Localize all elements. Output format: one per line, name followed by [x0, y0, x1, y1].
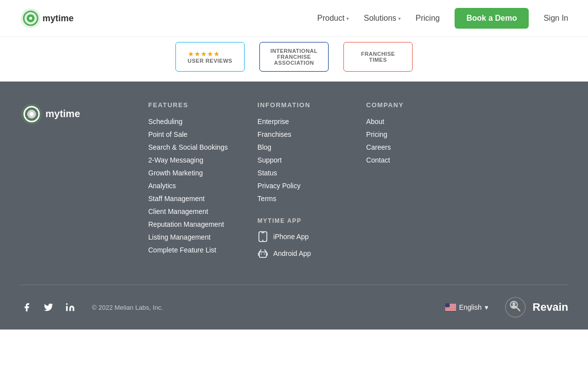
- ifa-label: INTERNATIONALFRANCHISEASSOCIATION: [270, 48, 318, 66]
- feature-link[interactable]: Staff Management: [148, 195, 228, 203]
- feature-link[interactable]: Growth Marketing: [148, 169, 228, 177]
- information-link[interactable]: Support: [257, 156, 336, 164]
- footer-information-col: INFORMATION EnterpriseFranchisesBlogSupp…: [257, 101, 336, 265]
- mytime-app-section: MYTIME APP iPhone App: [257, 217, 336, 259]
- information-header: INFORMATION: [257, 101, 336, 109]
- android-icon: [257, 248, 268, 259]
- nav-product[interactable]: Product ▾: [317, 14, 349, 23]
- svg-rect-27: [445, 309, 456, 309]
- svg-rect-28: [445, 310, 456, 311]
- capterra-stars: ★★★★★: [188, 50, 232, 58]
- company-link[interactable]: Contact: [366, 156, 445, 164]
- svg-text:mytime: mytime: [45, 108, 80, 119]
- feature-link[interactable]: Listing Management: [148, 233, 228, 241]
- footer: mytime FEATURES SchedulingPoint of SaleS…: [0, 82, 588, 330]
- social-links: [20, 300, 77, 314]
- twitter-icon[interactable]: [42, 300, 55, 314]
- mytime-app-header: MYTIME APP: [257, 217, 336, 224]
- feature-link[interactable]: 2-Way Messaging: [148, 156, 228, 164]
- capterra-label: USER REVIEWS: [188, 58, 232, 64]
- information-link[interactable]: Franchises: [257, 130, 336, 138]
- company-header: COMPANY: [366, 101, 445, 109]
- svg-point-20: [264, 249, 265, 250]
- svg-point-13: [261, 253, 262, 254]
- language-label: English: [459, 303, 482, 311]
- linkedin-icon[interactable]: [63, 300, 77, 314]
- navbar-logo[interactable]: mytime: [20, 6, 79, 30]
- svg-point-21: [66, 303, 68, 305]
- feature-link[interactable]: Analytics: [148, 182, 228, 190]
- svg-point-14: [264, 253, 265, 254]
- badges-strip: ★★★★★ USER REVIEWS INTERNATIONALFRANCHIS…: [0, 37, 588, 82]
- badge-capterra: ★★★★★ USER REVIEWS: [175, 42, 245, 72]
- language-selector[interactable]: English ▾: [445, 303, 488, 311]
- facebook-icon[interactable]: [20, 300, 34, 314]
- language-chevron-icon: ▾: [485, 303, 488, 311]
- nav-solutions[interactable]: Solutions ▾: [364, 14, 401, 23]
- information-link[interactable]: Terms: [257, 195, 336, 203]
- revain-label: Revain: [533, 301, 568, 314]
- product-chevron-icon: ▾: [346, 16, 349, 21]
- features-header: FEATURES: [148, 101, 228, 109]
- sign-in-button[interactable]: Sign In: [544, 14, 568, 23]
- company-links: AboutPricingCareersContact: [366, 118, 445, 164]
- footer-cols: FEATURES SchedulingPoint of SaleSearch &…: [148, 101, 568, 265]
- svg-rect-26: [445, 308, 456, 308]
- information-link[interactable]: Enterprise: [257, 118, 336, 125]
- solutions-chevron-icon: ▾: [398, 16, 401, 21]
- revain-badge[interactable]: Revain: [503, 295, 568, 320]
- badge-ifa: INTERNATIONALFRANCHISEASSOCIATION: [259, 42, 329, 72]
- information-link[interactable]: Blog: [257, 143, 336, 151]
- copyright-text: © 2022 Melian Labs, Inc.: [92, 304, 163, 311]
- information-link[interactable]: Status: [257, 169, 336, 177]
- svg-rect-11: [261, 233, 264, 234]
- iphone-icon: [257, 231, 268, 242]
- pricing-label: Pricing: [416, 14, 440, 23]
- footer-top: mytime FEATURES SchedulingPoint of SaleS…: [20, 101, 568, 285]
- features-links: SchedulingPoint of SaleSearch & Social B…: [148, 118, 228, 254]
- nav-links: Product ▾ Solutions ▾ Pricing Book a Dem…: [317, 8, 568, 29]
- svg-text:mytime: mytime: [42, 13, 74, 23]
- svg-point-12: [262, 240, 263, 241]
- android-app-link[interactable]: Android App: [257, 248, 336, 259]
- footer-logo[interactable]: mytime: [20, 101, 84, 129]
- company-link[interactable]: Careers: [366, 143, 445, 151]
- badge-franchise: FRANCHISETIMES: [343, 42, 413, 72]
- feature-link[interactable]: Point of Sale: [148, 130, 228, 138]
- company-link[interactable]: About: [366, 118, 445, 125]
- navbar: mytime Product ▾ Solutions ▾ Pricing Boo…: [0, 0, 588, 37]
- feature-link[interactable]: Search & Social Bookings: [148, 143, 228, 151]
- iphone-app-label: iPhone App: [273, 233, 309, 241]
- feature-link[interactable]: Scheduling: [148, 118, 228, 125]
- svg-point-8: [30, 112, 34, 116]
- svg-point-3: [29, 17, 32, 20]
- svg-rect-29: [445, 303, 450, 307]
- solutions-label: Solutions: [364, 14, 396, 23]
- android-app-label: Android App: [273, 249, 311, 257]
- iphone-app-link[interactable]: iPhone App: [257, 231, 336, 242]
- footer-company-col: COMPANY AboutPricingCareersContact: [366, 101, 445, 265]
- footer-logo-col: mytime: [20, 101, 119, 265]
- svg-point-32: [512, 302, 515, 305]
- information-link[interactable]: Privacy Policy: [257, 182, 336, 190]
- feature-link[interactable]: Complete Feature List: [148, 246, 228, 254]
- footer-bottom: © 2022 Melian Labs, Inc. English ▾: [20, 285, 568, 330]
- company-link[interactable]: Pricing: [366, 130, 445, 138]
- svg-point-19: [261, 249, 262, 250]
- book-demo-button[interactable]: Book a Demo: [455, 8, 529, 29]
- revain-icon: [503, 295, 528, 320]
- svg-line-33: [516, 307, 520, 311]
- franchise-label: FRANCHISETIMES: [361, 51, 395, 63]
- information-links: EnterpriseFranchisesBlogSupportStatusPri…: [257, 118, 336, 203]
- nav-pricing[interactable]: Pricing: [416, 14, 440, 23]
- feature-link[interactable]: Reputation Management: [148, 220, 228, 228]
- feature-link[interactable]: Client Management: [148, 207, 228, 215]
- footer-features-col: FEATURES SchedulingPoint of SaleSearch &…: [148, 101, 228, 265]
